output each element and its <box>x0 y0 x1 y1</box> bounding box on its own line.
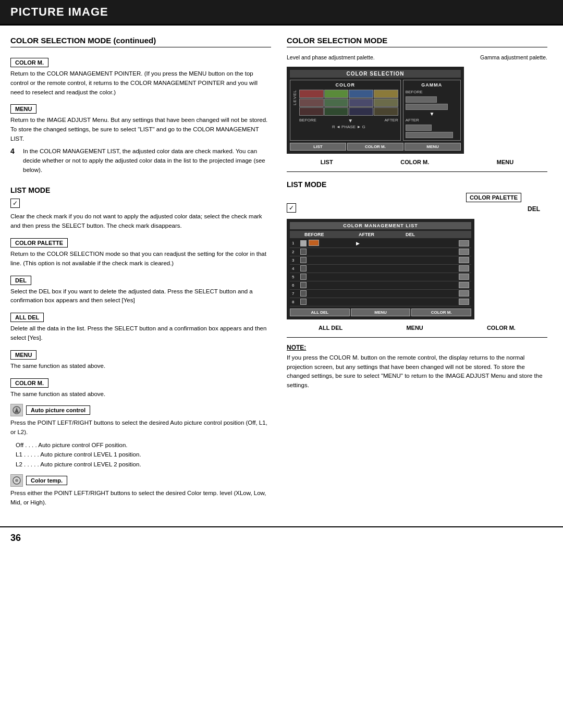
callout-row: Level and phase adjustment palette. Gamm… <box>287 54 547 61</box>
svg-point-3 <box>15 479 18 482</box>
grid-cell-12 <box>374 107 398 116</box>
auto-list-item-2: L2 . . . . . Auto picture control LEVEL … <box>16 460 271 469</box>
color-temp-row: Color temp. <box>10 474 271 487</box>
callout-left: Level and phase adjustment palette. <box>287 54 375 61</box>
grid-cell-2 <box>324 90 349 98</box>
level-label: LEVEL <box>292 90 297 105</box>
auto-picture-icon <box>10 404 23 416</box>
mgmt-bottom-menu: MENU <box>406 325 423 331</box>
mgmt-arrow-1: ▶ <box>352 241 363 246</box>
mgmt-bottom-row: ALL DEL MENU COLOR M. <box>290 309 471 316</box>
menu-text-2: The same function as stated above. <box>10 362 271 371</box>
mgmt-row-4: 4 <box>290 265 471 273</box>
mgmt-check-1 <box>300 240 307 246</box>
color-m-text-1: Return to the COLOR MANAGEMENT POINTER. … <box>10 69 271 97</box>
color-temp-text: Press either the POINT LEFT/RIGHT button… <box>10 489 271 508</box>
page-number: 36 <box>0 526 563 549</box>
diagram-bottom-labels: LIST COLOR M. MENU <box>287 159 547 165</box>
divider-2 <box>287 337 547 338</box>
diagram-btn-color-m[interactable]: COLOR M. <box>347 143 403 151</box>
color-palette-text: Return to the COLOR SELECTION mode so th… <box>10 250 271 268</box>
mgmt-check-7 <box>300 290 307 297</box>
phase-row: R ◄ PHASE ► G <box>299 125 398 129</box>
check-mark-icon: ✓ <box>10 199 20 208</box>
diagram-grid <box>299 90 398 116</box>
mgmt-bottom-color-m: COLOR M. <box>487 325 516 331</box>
del-callout: DEL <box>528 205 540 213</box>
mgmt-bottom-all-del: ALL DEL <box>319 325 342 331</box>
mgmt-before-1 <box>309 240 350 247</box>
mgmt-row-7: 7 <box>290 290 471 298</box>
del-label: DEL <box>10 276 31 285</box>
gamma-panel-title: GAMMA <box>406 82 458 88</box>
color-m-label-1: COLOR M. <box>10 58 48 67</box>
mgmt-check-3 <box>300 257 307 263</box>
grid-cell-7 <box>349 98 373 107</box>
diagram-btn-menu[interactable]: MENU <box>405 143 461 151</box>
mgmt-check-6 <box>300 282 307 288</box>
gamma-bar-3 <box>406 125 432 131</box>
diagram-buttons-row: LIST COLOR M. MENU <box>290 143 461 151</box>
list-mode-title-left: LIST MODE <box>10 186 271 194</box>
grid-cell-8 <box>374 98 398 107</box>
grid-cell-4 <box>374 90 398 98</box>
color-palette-callout-box: COLOR PALETTE <box>466 193 521 202</box>
step4-text: In the COLOR MANAGEMENT LIST, the adjust… <box>23 147 271 175</box>
mgmt-btn-color-m[interactable]: COLOR M. <box>411 309 471 316</box>
step-4: 4 In the COLOR MANAGEMENT LIST, the adju… <box>10 147 271 178</box>
mgmt-diagram-wrapper: COLOR PALETTE ✓ DEL COLOR MANAGEMENT LIS… <box>287 193 547 319</box>
bottom-label-list: LIST <box>321 159 333 165</box>
auto-picture-list: Off . . . . Auto picture control OFF pos… <box>10 440 271 469</box>
check-del-row: ✓ DEL <box>287 203 547 215</box>
callout-right: Gamma adjustment palette. <box>480 54 547 61</box>
mgmt-btn-all-del[interactable]: ALL DEL <box>290 309 350 316</box>
mgmt-check-icon: ✓ <box>287 203 296 213</box>
g-label: G <box>362 125 365 129</box>
diagram-right-panel: GAMMA BEFORE ▼ AFTER <box>403 80 461 141</box>
color-temp-icon <box>10 474 23 487</box>
color-m-label-2: COLOR M. <box>10 378 48 388</box>
down-arrow: ▼ <box>348 118 353 124</box>
before-after-row: BEFORE ▼ AFTER <box>299 118 398 124</box>
page-title: PICTURE IMAGE <box>10 5 108 18</box>
left-column: COLOR SELECTION MODE (continued) COLOR M… <box>10 36 271 511</box>
all-del-text: Delete all the data in the list. Press t… <box>10 324 271 343</box>
menu-label-2: MENU <box>10 350 36 360</box>
phase-label: ◄ PHASE ► <box>336 125 361 129</box>
grid-cell-6 <box>324 98 349 107</box>
del-text: Select the DEL box if you want to delete… <box>10 287 271 306</box>
bottom-label-menu: MENU <box>497 159 513 165</box>
mgmt-del-7 <box>459 290 469 297</box>
mgmt-check-2 <box>300 249 307 255</box>
grid-cell-9 <box>299 107 324 116</box>
mgmt-empty-col <box>292 232 302 237</box>
grid-cell-10 <box>324 107 349 116</box>
right-column: COLOR SELECTION MODE Level and phase adj… <box>287 36 547 511</box>
color-selection-diagram: COLOR SELECTION COLOR LEVEL <box>287 67 464 154</box>
diagram-btn-list[interactable]: LIST <box>290 143 346 151</box>
mgmt-row-8: 8 <box>290 298 471 306</box>
mgmt-check-4 <box>300 265 307 272</box>
note-label: NOTE: <box>287 344 547 351</box>
bottom-label-color-m: COLOR M. <box>400 159 429 165</box>
auto-list-item-1: L1 . . . . . Auto picture control LEVEL … <box>16 450 271 459</box>
menu-label-1: MENU <box>10 104 36 114</box>
page-header: PICTURE IMAGE <box>0 0 563 26</box>
mgmt-header-row: BEFORE AFTER DEL <box>290 231 471 238</box>
gamma-after: AFTER <box>406 118 458 122</box>
step-number: 4 <box>10 147 19 178</box>
grid-cell-11 <box>349 107 373 116</box>
before-label: BEFORE <box>299 118 316 124</box>
color-panel-title: COLOR <box>292 82 398 88</box>
color-m-text-2: The same function as stated above. <box>10 390 271 399</box>
auto-picture-text: Press the POINT LEFT/RIGHT buttons to se… <box>10 418 271 437</box>
mgmt-row-5: 5 <box>290 273 471 281</box>
mgmt-list-diagram: COLOR MANAGEMENT LIST BEFORE AFTER DEL 1… <box>287 219 474 319</box>
mgmt-check-8 <box>300 299 307 305</box>
mgmt-col-before: BEFORE <box>304 232 357 237</box>
mgmt-btn-menu[interactable]: MENU <box>351 309 411 316</box>
mgmt-del-4 <box>459 265 469 272</box>
color-palette-label: COLOR PALETTE <box>10 238 68 248</box>
mgmt-num-2: 2 <box>292 250 298 254</box>
mgmt-row-3: 3 <box>290 256 471 265</box>
